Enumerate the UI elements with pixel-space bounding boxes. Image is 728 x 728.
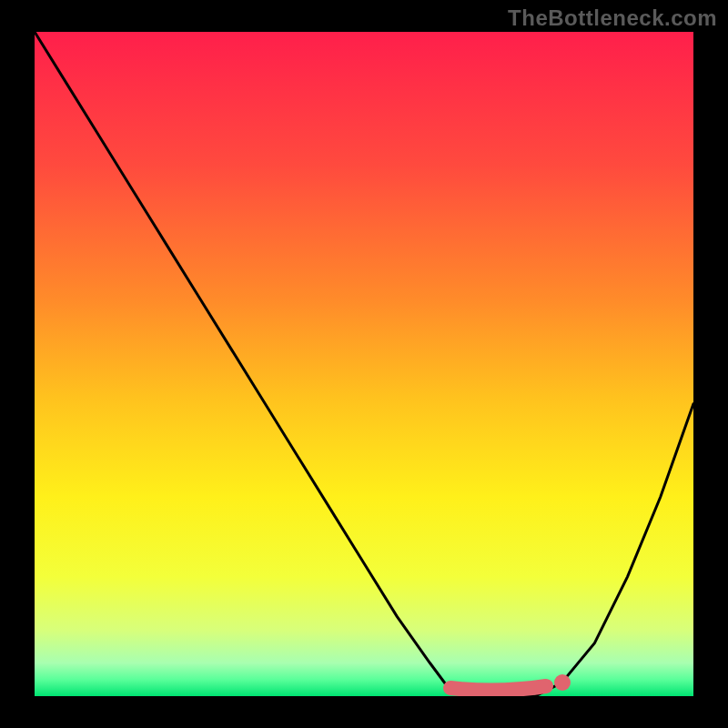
chart-frame: TheBottleneck.com bbox=[0, 0, 728, 728]
watermark-label: TheBottleneck.com bbox=[508, 5, 717, 31]
optimal-range-end-dot bbox=[554, 674, 571, 691]
bottleneck-plot bbox=[0, 0, 728, 728]
optimal-range-highlight bbox=[450, 686, 546, 691]
gradient-background bbox=[35, 32, 693, 696]
